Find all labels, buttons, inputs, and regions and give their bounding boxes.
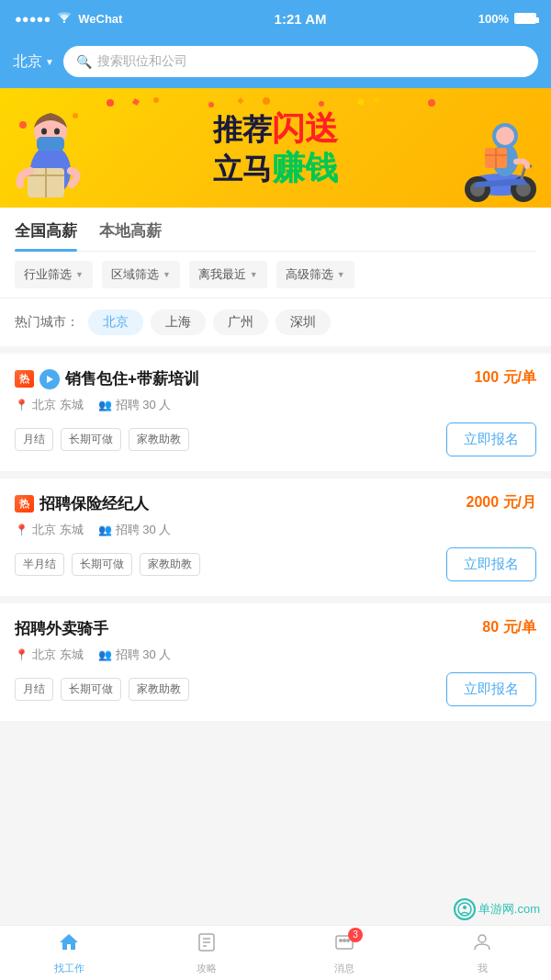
job-header-3: 招聘外卖骑手 80 元/单 xyxy=(15,618,536,639)
messages-badge-container: 3 xyxy=(333,931,355,959)
svg-point-0 xyxy=(63,21,65,23)
svg-point-7 xyxy=(19,121,27,129)
city-tag-shenzhen[interactable]: 深圳 xyxy=(276,310,331,335)
svg-point-30 xyxy=(463,906,467,909)
city-tag-list: 北京 上海 广州 深圳 xyxy=(88,310,331,335)
location-text: 北京 xyxy=(13,52,42,72)
hot-cities-bar: 热门城市： 北京 上海 广州 深圳 xyxy=(0,299,551,354)
apply-button-3[interactable]: 立即报名 xyxy=(446,672,536,706)
job-headcount-2: 👥 招聘 30 人 xyxy=(98,522,172,538)
job-title-area-1: 热 销售包住+带薪培训 xyxy=(15,368,474,389)
job-title-area-2: 热 招聘保险经纪人 xyxy=(15,493,467,514)
wifi-icon xyxy=(57,11,72,26)
svg-point-18 xyxy=(107,99,114,107)
banner-text-part1: 推荐 xyxy=(213,113,272,146)
filter-industry[interactable]: 行业筛选 ▼ xyxy=(15,261,93,288)
city-tag-beijing[interactable]: 北京 xyxy=(88,310,143,335)
svg-point-8 xyxy=(73,113,78,118)
banner-text: 推荐闪送 立马赚钱 xyxy=(213,108,338,187)
job-salary-1: 100 元/单 xyxy=(474,368,536,388)
nav-label-messages: 消息 xyxy=(334,962,354,975)
filter-industry-arrow: ▼ xyxy=(75,270,84,279)
banner-text-part2: 闪送 xyxy=(272,109,338,147)
signal-area: ●●●●● WeChat xyxy=(15,11,122,26)
job-list: 热 销售包住+带薪培训 100 元/单 📍 北京 东城 👥 招聘 30 人 月结… xyxy=(0,354,551,728)
svg-point-20 xyxy=(208,102,214,107)
job-header-1: 热 销售包住+带薪培训 100 元/单 xyxy=(15,368,536,389)
apply-button-2[interactable]: 立即报名 xyxy=(446,547,536,581)
job-tags-row-1: 月结 长期可做 家教助教 立即报名 xyxy=(15,422,536,456)
person-icon-3: 👥 xyxy=(98,648,112,661)
location-pin-icon-1: 📍 xyxy=(15,399,28,411)
location-button[interactable]: 北京 ▼ xyxy=(13,52,54,72)
video-badge-1 xyxy=(39,369,60,389)
status-bar: ●●●●● WeChat 1:21 AM 100% xyxy=(0,0,551,37)
filter-nearby-arrow: ▼ xyxy=(250,270,258,279)
app-header: 北京 ▼ 🔍 搜索职位和公司 xyxy=(0,37,551,88)
nav-item-profile[interactable]: 我 xyxy=(413,926,551,980)
nav-item-find-work[interactable]: 找工作 xyxy=(0,926,138,980)
svg-point-5 xyxy=(41,129,47,135)
search-placeholder: 搜索职位和公司 xyxy=(97,53,187,70)
signal-dots: ●●●●● xyxy=(15,12,51,26)
guide-icon xyxy=(196,931,218,959)
job-location-1: 📍 北京 东城 xyxy=(15,397,84,413)
tab-nationwide-highpay[interactable]: 全国高薪 xyxy=(15,220,77,251)
watermark-icon xyxy=(454,898,476,920)
job-tag-list-2: 半月结 长期可做 家教助教 xyxy=(15,553,200,576)
svg-rect-26 xyxy=(237,97,243,104)
svg-rect-3 xyxy=(37,137,64,151)
filter-region[interactable]: 区域筛选 ▼ xyxy=(102,261,180,288)
job-tag-1-0: 月结 xyxy=(15,428,53,451)
job-tag-1-1: 长期可做 xyxy=(61,428,121,451)
job-title-area-3: 招聘外卖骑手 xyxy=(15,618,482,639)
person-icon-2: 👥 xyxy=(98,524,112,536)
nav-label-guide: 攻略 xyxy=(197,962,217,975)
filter-bar: 行业筛选 ▼ 区域筛选 ▼ 离我最近 ▼ 高级筛选 ▼ xyxy=(0,252,551,299)
job-tag-2-2: 家教助教 xyxy=(140,553,200,576)
svg-point-23 xyxy=(374,97,379,103)
city-tag-shanghai[interactable]: 上海 xyxy=(151,310,206,335)
nav-label-profile: 我 xyxy=(478,962,488,975)
job-location-3: 📍 北京 东城 xyxy=(15,647,84,663)
svg-point-37 xyxy=(343,939,346,942)
nav-label-find-work: 找工作 xyxy=(54,962,84,975)
tab-local-highpay[interactable]: 本地高薪 xyxy=(99,220,162,251)
banner-text-part4: 赚钱 xyxy=(272,149,338,186)
battery-icon xyxy=(514,13,536,24)
nav-item-messages[interactable]: 3 消息 xyxy=(276,926,413,980)
hot-badge-2: 热 xyxy=(15,495,34,513)
apply-button-1[interactable]: 立即报名 xyxy=(446,422,536,456)
location-pin-icon-2: 📍 xyxy=(15,524,28,536)
city-tag-guangzhou[interactable]: 广州 xyxy=(213,310,268,335)
job-header-2: 热 招聘保险经纪人 2000 元/月 xyxy=(15,493,536,514)
watermark: 单游网.com xyxy=(454,898,540,920)
filter-advanced-arrow: ▼ xyxy=(337,270,345,279)
job-card-1[interactable]: 热 销售包住+带薪培训 100 元/单 📍 北京 东城 👥 招聘 30 人 月结… xyxy=(0,354,551,479)
filter-advanced[interactable]: 高级筛选 ▼ xyxy=(276,261,354,288)
search-bar[interactable]: 🔍 搜索职位和公司 xyxy=(63,46,538,77)
job-card-3[interactable]: 招聘外卖骑手 80 元/单 📍 北京 东城 👥 招聘 30 人 月结 长期可做 … xyxy=(0,603,551,728)
filter-nearby[interactable]: 离我最近 ▼ xyxy=(189,261,267,288)
svg-point-19 xyxy=(153,97,159,103)
job-tag-list-3: 月结 长期可做 家教助教 xyxy=(15,678,189,701)
svg-point-6 xyxy=(54,129,60,135)
time-display: 1:21 AM xyxy=(275,11,327,27)
banner-left-figure xyxy=(9,102,92,208)
job-title-2: 招聘保险经纪人 xyxy=(39,493,149,514)
job-salary-2: 2000 元/月 xyxy=(467,493,536,513)
job-tag-2-0: 半月结 xyxy=(15,553,64,576)
promo-banner[interactable]: 推荐闪送 立马赚钱 xyxy=(0,88,551,208)
job-card-2[interactable]: 热 招聘保险经纪人 2000 元/月 📍 北京 东城 👥 招聘 30 人 半月结… xyxy=(0,479,551,603)
nav-item-guide[interactable]: 攻略 xyxy=(138,926,276,980)
hot-cities-label: 热门城市： xyxy=(15,314,79,331)
bottom-navigation: 找工作 攻略 3 消息 xyxy=(0,925,551,980)
job-tag-3-0: 月结 xyxy=(15,678,53,701)
job-tags-row-3: 月结 长期可做 家教助教 立即报名 xyxy=(15,672,536,706)
app-name: WeChat xyxy=(78,12,122,26)
hot-badge-1: 热 xyxy=(15,370,34,388)
job-tag-2-1: 长期可做 xyxy=(72,553,132,576)
filter-region-arrow: ▼ xyxy=(163,270,171,279)
location-pin-icon-3: 📍 xyxy=(15,648,28,661)
location-arrow-icon: ▼ xyxy=(45,57,54,67)
